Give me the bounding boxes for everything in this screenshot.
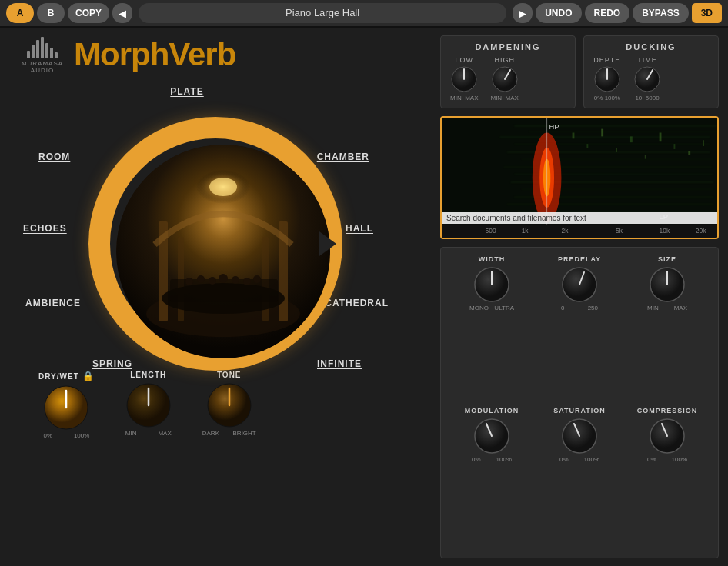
logo-bar [36,40,39,58]
logo-bar [50,48,53,58]
ducking-depth-label: DEPTH [593,56,621,64]
svg-rect-34 [529,132,717,132]
undo-button[interactable]: UNDO [536,3,581,23]
label-echoes[interactable]: ECHOES [23,223,67,234]
svg-rect-54 [630,136,633,142]
svg-point-13 [219,274,228,283]
drywet-knob[interactable] [43,385,89,431]
compression-knob[interactable] [649,418,686,454]
dampening-high-knob[interactable] [491,65,519,93]
bypass-button[interactable]: BYPASS [633,3,688,23]
top-right-buttons: UNDO REDO BYPASS 3D [536,3,722,23]
saturation-knob[interactable] [561,418,598,454]
ducking-depth-knob[interactable] [593,65,621,93]
predelay-knob-svg [561,266,598,303]
logo-bar [27,51,30,58]
hall-visualization [116,145,330,358]
svg-rect-57 [673,144,675,149]
logo: MURAMASA AUDIO [15,35,69,74]
app-title: MorphVerb [74,36,235,73]
svg-text:10k: 10k [660,227,670,235]
ducking-time-knob[interactable] [633,65,661,93]
morph-wheel-ring[interactable] [88,117,342,371]
width-knob[interactable] [473,266,510,303]
dampening-box: DAMPENING LOW [440,35,576,108]
tone-knob[interactable] [206,382,252,428]
predelay-knob[interactable] [561,266,598,303]
svg-rect-56 [660,133,662,142]
wheel-arrow [319,231,336,256]
redo-button[interactable]: REDO [585,3,630,23]
saturation-knob-svg [561,418,598,454]
svg-rect-52 [601,129,603,137]
modulation-range: 0% 100% [472,456,512,463]
width-title: WIDTH [479,255,506,263]
dampening-high-label: HIGH [494,56,515,64]
prev-preset-button[interactable]: ◀ [112,3,132,23]
preset-name: Piano Large Hall [139,3,506,23]
size-knob-svg [649,266,686,303]
logo-bar [45,43,48,58]
width-range: MONO ULTRA [469,305,514,311]
label-hall[interactable]: HALL [346,223,373,234]
predelay-title: PREDELAY [558,255,601,263]
main-content: MURAMASA AUDIO MorphVerb PLATE ROOM CHAM… [0,28,728,566]
drywet-range: 0% 100% [43,432,89,439]
spectrum-tooltip: Search documents and filenames for text [442,212,717,224]
preset-a-button[interactable]: A [6,3,34,23]
svg-point-12 [209,277,216,285]
dampening-low-label: LOW [455,56,473,64]
size-knob[interactable] [649,266,686,303]
length-range: MIN MAX [125,430,172,437]
size-range: MIN MAX [647,305,687,311]
label-plate[interactable]: PLATE [170,86,203,97]
label-chamber[interactable]: CHAMBER [317,151,369,162]
svg-rect-59 [703,140,704,146]
copy-button[interactable]: COPY [68,3,109,23]
label-spring[interactable]: SPRING [92,358,132,369]
saturation-col: SATURATION 0% 100% [539,407,619,551]
drywet-knob-svg [43,385,89,431]
dampening-low-svg [450,65,478,93]
3d-button[interactable]: 3D [692,3,722,23]
compression-title: COMPRESSION [637,407,698,415]
dampening-knobs: LOW [450,56,566,102]
svg-text:HP: HP [549,122,559,130]
compression-col: COMPRESSION 0% 100% [627,407,707,551]
svg-text:500: 500 [486,227,496,235]
ducking-time-label: TIME [637,56,657,64]
logo-bars [27,37,58,58]
svg-point-15 [243,278,251,285]
preset-b-button[interactable]: B [37,3,65,23]
svg-text:20k: 20k [696,227,706,235]
svg-point-10 [185,278,193,285]
svg-text:5k: 5k [616,227,623,235]
svg-point-11 [197,275,205,283]
compression-range: 0% 100% [647,456,687,463]
label-room[interactable]: ROOM [38,151,70,162]
logo-bar [41,37,44,58]
dampening-high-range: MIN MAX [490,95,518,102]
saturation-title: SATURATION [553,407,606,415]
label-infinite[interactable]: INFINITE [317,358,362,369]
svg-rect-55 [645,155,646,159]
ducking-depth-range: 0% 100% [594,95,620,102]
length-knob[interactable] [125,382,172,428]
size-col: SIZE MIN MAX [627,255,707,399]
morph-wheel-inner [116,145,330,358]
ducking-box: DUCKING DEPTH 0% 100% [583,35,719,108]
next-preset-button[interactable]: ▶ [513,3,533,23]
bottom-right-controls: WIDTH MONO ULTR [440,247,719,558]
ducking-knobs: DEPTH 0% 100% TIME [593,56,709,102]
modulation-knob[interactable] [473,418,510,454]
size-title: SIZE [658,255,676,263]
brand-name: MURAMASA AUDIO [22,60,63,74]
dampening-low-knob[interactable] [450,65,478,93]
logo-bar [32,45,35,58]
modulation-title: MODULATION [465,407,519,415]
svg-rect-51 [586,144,588,148]
ducking-time-range: 10 5000 [635,95,659,102]
svg-rect-53 [616,148,617,152]
svg-point-14 [232,276,239,284]
morph-wheel-area: PLATE ROOM CHAMBER ECHOES HALL AMBIENCE … [19,78,412,401]
